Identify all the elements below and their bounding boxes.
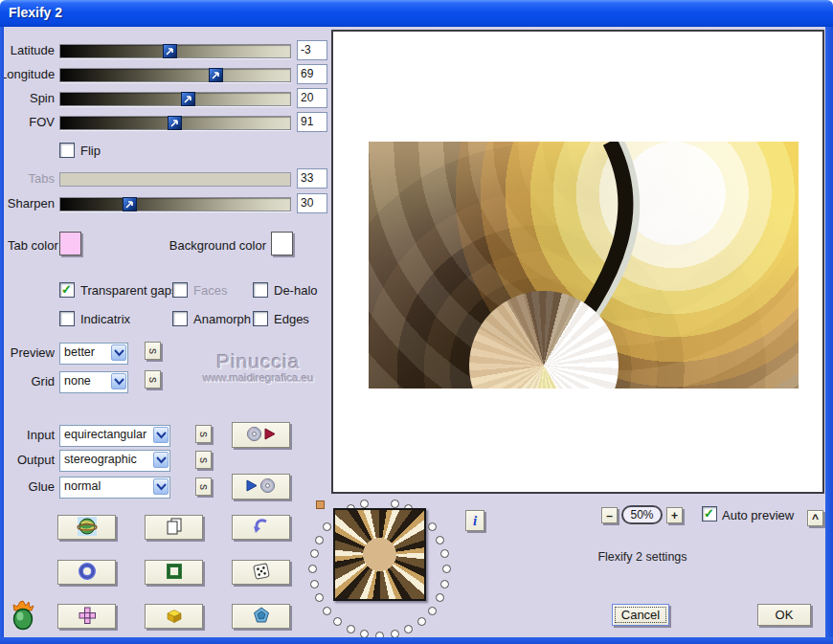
memory-dot[interactable] — [308, 565, 317, 573]
dehalo-checkbox[interactable] — [253, 282, 268, 298]
latitude-value[interactable]: -3 — [297, 40, 327, 60]
grid-s-button[interactable]: s — [145, 370, 161, 389]
anamorph-checkbox[interactable] — [172, 311, 188, 326]
cube-net-icon — [76, 607, 99, 627]
grid-select[interactable]: none — [59, 371, 128, 393]
blocks-button[interactable] — [145, 604, 203, 629]
latitude-label: Latitude — [0, 43, 55, 57]
random-button[interactable] — [232, 560, 290, 585]
chevron-down-icon — [111, 373, 126, 389]
undo-button[interactable] — [232, 515, 290, 540]
memory-dot[interactable] — [440, 580, 449, 588]
preview-select-value: better — [64, 345, 95, 359]
torus-icon — [78, 562, 97, 584]
zoom-out-button[interactable]: – — [601, 507, 618, 523]
memory-dot[interactable] — [417, 617, 426, 626]
sharpen-slider-thumb[interactable] — [123, 197, 137, 211]
background-color-label: Background color — [153, 238, 266, 253]
glue-s-button[interactable]: s — [195, 477, 212, 496]
window-border-right — [825, 27, 833, 644]
latitude-slider[interactable] — [59, 44, 291, 58]
ok-button[interactable]: OK — [757, 604, 811, 626]
watermark-url: www.maidiregrafica.eu — [180, 372, 337, 384]
fov-value[interactable]: 91 — [297, 112, 327, 132]
output-select[interactable]: stereographic — [59, 450, 170, 472]
auto-preview-label: Auto preview — [722, 508, 794, 522]
latitude-slider-thumb[interactable] — [163, 44, 177, 58]
info-button[interactable]: i — [465, 510, 484, 531]
memory-dot[interactable] — [436, 593, 444, 602]
longitude-value[interactable]: 69 — [297, 64, 327, 84]
memory-dot[interactable] — [391, 500, 399, 508]
memory-dot[interactable] — [428, 607, 437, 615]
grid-select-value: none — [64, 374, 91, 388]
memory-dot[interactable] — [323, 607, 331, 615]
settings-thumbnail[interactable] — [333, 508, 426, 601]
chevron-down-icon — [153, 452, 169, 468]
memory-dot[interactable] — [333, 617, 342, 626]
background-color-swatch[interactable] — [271, 232, 293, 255]
output-label: Output — [0, 453, 55, 467]
copy-button[interactable] — [145, 515, 203, 540]
longitude-slider-thumb[interactable] — [209, 68, 223, 82]
memory-dot[interactable] — [347, 625, 355, 633]
output-select-value: stereographic — [64, 453, 137, 466]
fov-slider[interactable] — [59, 116, 291, 130]
polyhedron-button[interactable] — [232, 604, 290, 629]
spin-slider-thumb[interactable] — [181, 92, 195, 106]
selected-memory-indicator — [316, 500, 325, 509]
sharpen-slider[interactable] — [59, 197, 291, 211]
glue-select[interactable]: normal — [59, 477, 170, 499]
memory-dot[interactable] — [310, 549, 319, 558]
flaming-pear-logo[interactable] — [8, 599, 38, 632]
memory-dot[interactable] — [442, 565, 451, 573]
tab-color-swatch[interactable] — [59, 232, 81, 255]
ring-button[interactable] — [57, 560, 116, 585]
memory-dot[interactable] — [440, 549, 449, 558]
output-s-button[interactable]: s — [195, 451, 212, 469]
frame-button[interactable] — [145, 560, 203, 585]
faces-checkbox — [172, 282, 188, 298]
memory-dot[interactable] — [310, 580, 319, 588]
preview-select[interactable]: better — [59, 343, 128, 365]
indicatrix-checkbox[interactable] — [59, 311, 75, 326]
memory-dot[interactable] — [436, 536, 444, 544]
globe-button[interactable] — [57, 515, 116, 540]
window-border-bottom — [0, 637, 833, 644]
cancel-button[interactable]: Cancel — [612, 604, 669, 626]
titlebar[interactable]: Flexify 2 — [0, 0, 833, 27]
memory-dot[interactable] — [360, 500, 369, 508]
flip-checkbox[interactable] — [59, 143, 75, 158]
transparent-gaps-label: Transparent gaps — [80, 283, 177, 298]
spin-slider[interactable] — [59, 92, 291, 106]
memory-dot[interactable] — [428, 522, 437, 531]
input-s-button[interactable]: s — [195, 425, 212, 443]
collapse-button[interactable]: ^ — [807, 510, 823, 526]
preview-s-button[interactable]: s — [145, 342, 161, 360]
save-settings-disc-button[interactable] — [232, 422, 290, 448]
grid-label: Grid — [0, 374, 55, 389]
flexify-dialog: Flexify 2 Latitude -3 Longitude 69 Spin … — [0, 0, 833, 644]
transparent-gaps-checkbox[interactable]: ✓ — [59, 282, 75, 298]
input-select[interactable]: equirectangular — [59, 425, 170, 447]
tabs-value[interactable]: 33 — [297, 168, 327, 189]
fov-slider-thumb[interactable] — [168, 116, 182, 130]
longitude-slider[interactable] — [59, 68, 291, 82]
dehalo-label: De-halo — [274, 283, 318, 298]
auto-preview-checkbox[interactable]: ✓ — [702, 506, 717, 522]
zoom-level[interactable]: 50% — [621, 505, 663, 524]
cd-icon — [259, 477, 276, 497]
input-label: Input — [0, 428, 55, 442]
load-settings-disc-button[interactable] — [232, 474, 290, 500]
cube-net-button[interactable] — [57, 604, 116, 629]
memory-dot[interactable] — [315, 593, 324, 602]
memory-dot[interactable] — [315, 536, 324, 544]
memory-dot[interactable] — [404, 625, 413, 633]
sharpen-value[interactable]: 30 — [297, 193, 327, 213]
preview-image[interactable] — [369, 142, 799, 389]
memory-dot[interactable] — [323, 522, 331, 531]
edges-checkbox[interactable] — [253, 311, 268, 326]
settings-status-text: Flexify 2 settings — [536, 550, 749, 564]
spin-value[interactable]: 20 — [297, 88, 327, 108]
zoom-in-button[interactable]: + — [666, 507, 683, 523]
